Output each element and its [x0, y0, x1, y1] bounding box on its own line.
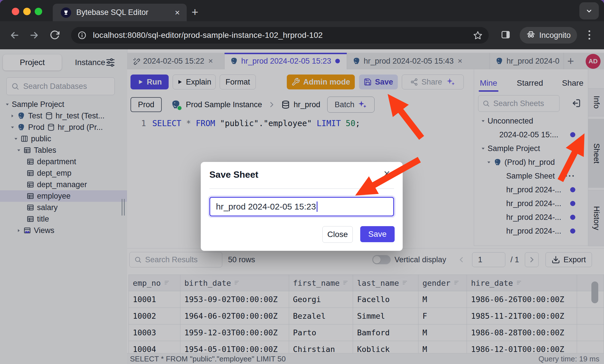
browser-window: Bytebase SQL Editor × + loc: [0, 0, 604, 364]
incognito-icon: [526, 30, 536, 41]
text-caret: [317, 201, 317, 212]
browser-new-tab-button[interactable]: +: [192, 6, 198, 19]
reload-icon[interactable]: [49, 30, 60, 41]
browser-navbar: localhost:8080/sql-editor/prod-sample-in…: [0, 21, 604, 49]
mac-minimize-button[interactable]: [23, 8, 31, 15]
dialog-divider: [209, 188, 394, 189]
site-info-icon[interactable]: [77, 31, 87, 40]
sheet-name-input[interactable]: hr_prod 2024-02-05 15:23: [209, 197, 394, 216]
mac-close-button[interactable]: [12, 8, 19, 15]
browser-tabstrip: Bytebase SQL Editor × +: [0, 0, 604, 21]
browser-tab-title: Bytebase SQL Editor: [76, 8, 148, 17]
forward-icon[interactable]: [29, 30, 40, 42]
dialog-title: Save Sheet: [209, 169, 258, 180]
bookmark-star-icon[interactable]: [473, 31, 482, 40]
sheet-name-value: hr_prod 2024-02-05 15:23: [216, 202, 316, 212]
address-bar[interactable]: localhost:8080/sql-editor/prod-sample-in…: [71, 27, 489, 44]
tab-search-chevron-icon[interactable]: [579, 2, 599, 19]
url-text: localhost:8080/sql-editor/prod-sample-in…: [93, 31, 323, 40]
close-button[interactable]: Close: [322, 226, 353, 243]
browser-tab-close-icon[interactable]: ×: [175, 8, 180, 17]
save-sheet-dialog: Save Sheet × hr_prod 2024-02-05 15:23 Cl…: [201, 162, 403, 251]
incognito-label: Incognito: [539, 31, 571, 40]
incognito-badge: Incognito: [520, 27, 577, 44]
back-icon[interactable]: [9, 30, 20, 42]
dialog-close-icon[interactable]: ×: [384, 168, 390, 179]
save-button[interactable]: Save: [360, 226, 395, 242]
bytebase-favicon-icon: [61, 7, 71, 18]
bytebase-app: Project Instance Search Databases Sample…: [0, 49, 604, 364]
side-panel-icon[interactable]: [501, 30, 511, 41]
screenshot-stage: Bytebase SQL Editor × + loc: [0, 0, 604, 364]
browser-menu-icon[interactable]: [589, 30, 590, 40]
browser-tab[interactable]: Bytebase SQL Editor ×: [53, 4, 187, 21]
mac-zoom-button[interactable]: [35, 8, 42, 15]
